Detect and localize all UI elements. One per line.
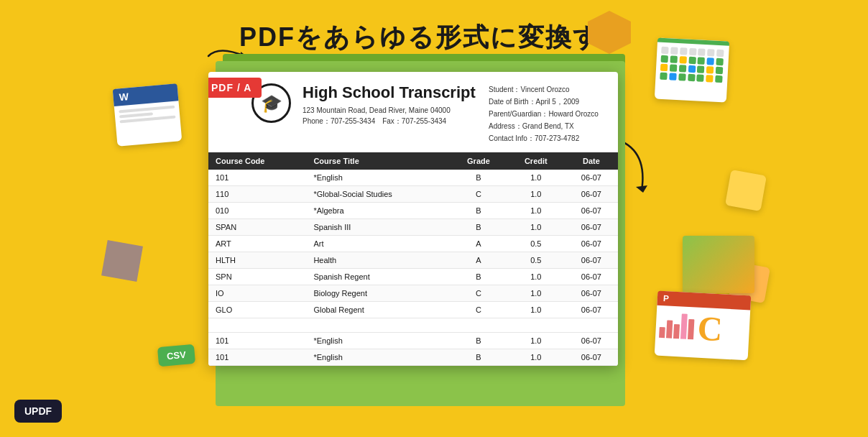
bar-1: [659, 327, 665, 338]
school-logo-icon: 🎓: [261, 93, 282, 114]
table-row: 110 *Global-Social Studies C 1.0 06-07: [208, 186, 618, 203]
table-header-row: Course Code Course Title Grade Credit Da…: [208, 152, 618, 170]
table-row: 101 *English B 1.0 06-07: [208, 349, 618, 366]
cell-date: 06-07: [565, 349, 618, 366]
cell-title: Spanish Regent: [306, 269, 450, 285]
cell-title: *English: [306, 333, 450, 349]
word-line-1: [119, 106, 175, 114]
cell-code: IO: [208, 285, 306, 302]
cell-code: HLTH: [208, 252, 306, 269]
word-card-body: [114, 101, 181, 130]
table-row: 101 *English B 1.0 06-07: [208, 333, 618, 349]
cell-code: 101: [208, 170, 306, 186]
cell-grade: A: [450, 252, 507, 269]
sticky-note-brown: [101, 240, 143, 282]
table-row: SPN Spanish Regent B 1.0 06-07: [208, 269, 618, 285]
cell-grade: C: [450, 186, 507, 203]
cell-grade: B: [450, 219, 507, 236]
cell-credit: 1.0: [507, 170, 565, 186]
cell-code: 110: [208, 186, 306, 203]
cell-title: *Algebra: [306, 203, 450, 219]
doc-student-info: Student：Vincent Orozco Date of Birth：Apr…: [489, 83, 604, 144]
col-header-grade: Grade: [450, 152, 507, 170]
address-line: 123 Mountain Road, Dead River, Maine 040…: [303, 106, 451, 114]
cell-title: *English: [306, 349, 450, 366]
ppt-card: P C: [655, 291, 752, 361]
mini-chart: [659, 309, 695, 339]
sticky-note-yellow: [725, 170, 767, 211]
cell-grade: C: [450, 302, 507, 318]
cell-title: Biology Regent: [306, 285, 450, 302]
document-card: PDF / A 🎓 High School Transcript 123 Mou…: [208, 72, 618, 366]
cell-date: 06-07: [565, 285, 618, 302]
updf-badge: UPDF: [14, 400, 62, 423]
table-row: HLTH Health A 0.5 06-07: [208, 252, 618, 269]
student-name: Student：Vincent Orozco: [489, 83, 604, 96]
cell-date: 06-07: [565, 302, 618, 318]
ppt-body: C: [655, 305, 750, 352]
bar-4: [680, 313, 688, 339]
cell-grade: A: [450, 236, 507, 252]
doc-address: 123 Mountain Road, Dead River, Maine 040…: [303, 105, 481, 126]
pdf-badge: PDF / A: [208, 78, 262, 98]
cell-date: 06-07: [565, 203, 618, 219]
cell-date: 06-07: [565, 252, 618, 269]
table-row: SPAN Spanish III B 1.0 06-07: [208, 219, 618, 236]
table-body: 101 *English B 1.0 06-07 110 *Global-Soc…: [208, 170, 618, 366]
student-address: Address：Grand Bend, TX: [489, 120, 604, 132]
word-icon: W: [119, 91, 129, 103]
cell-date: 06-07: [565, 219, 618, 236]
bar-5: [688, 319, 694, 339]
student-guardian: Parent/Guardian：Howard Orozco: [489, 108, 604, 120]
bar-3: [673, 324, 680, 339]
cell-title: *Global-Social Studies: [306, 186, 450, 203]
updf-label: UPDF: [24, 405, 52, 417]
cell-credit: 1.0: [507, 219, 565, 236]
table-row: GLO Global Regent C 1.0 06-07: [208, 302, 618, 318]
cell-credit: 1.0: [507, 203, 565, 219]
cell-credit: 1.0: [507, 349, 565, 366]
svg-marker-1: [636, 185, 647, 193]
cell-date: 06-07: [565, 333, 618, 349]
cell-credit: 0.5: [507, 236, 565, 252]
phone-line: Phone：707-255-3434 Fax：707-255-3434: [303, 117, 446, 125]
cell-date: 06-07: [565, 186, 618, 203]
cell-credit: 1.0: [507, 302, 565, 318]
table-row: IO Biology Regent C 1.0 06-07: [208, 285, 618, 302]
student-contact: Contact Info：707-273-4782: [489, 132, 604, 144]
cell-grade: B: [450, 203, 507, 219]
calendar-grid: [655, 42, 729, 87]
document-wrapper: PDF / A 🎓 High School Transcript 123 Mou…: [208, 72, 625, 424]
cell-title: Health: [306, 252, 450, 269]
cell-grade: B: [450, 269, 507, 285]
photo-placeholder: [683, 236, 754, 293]
cell-title: *English: [306, 170, 450, 186]
cell-code: GLO: [208, 302, 306, 318]
calendar-card: [655, 37, 729, 102]
cell-title: Art: [306, 236, 450, 252]
cell-code: 010: [208, 203, 306, 219]
cell-title: Spanish III: [306, 219, 450, 236]
cell-credit: 1.0: [507, 285, 565, 302]
cell-code: SPAN: [208, 219, 306, 236]
cell-grade: B: [450, 333, 507, 349]
table-row: 010 *Algebra B 1.0 06-07: [208, 203, 618, 219]
cell-date: 06-07: [565, 236, 618, 252]
cell-code: 101: [208, 349, 306, 366]
cell-grade: B: [450, 170, 507, 186]
cell-code: SPN: [208, 269, 306, 285]
table-row: 101 *English B 1.0 06-07: [208, 170, 618, 186]
cell-credit: 1.0: [507, 186, 565, 203]
csv-badge: CSV: [157, 344, 195, 367]
bar-2: [666, 320, 673, 338]
doc-header: 🎓 High School Transcript 123 Mountain Ro…: [208, 72, 618, 152]
student-dob: Date of Birth：April 5，2009: [489, 96, 604, 108]
doc-title: High School Transcript: [303, 83, 481, 102]
header-title-text: PDFをあらゆる形式に変換する: [239, 22, 629, 52]
photo-card: [683, 236, 754, 293]
big-c-letter: C: [697, 311, 724, 347]
table-row: [208, 318, 618, 333]
header-title: PDFをあらゆる形式に変換する: [239, 20, 629, 55]
cell-code: ART: [208, 236, 306, 252]
ppt-icon: P: [663, 293, 670, 303]
